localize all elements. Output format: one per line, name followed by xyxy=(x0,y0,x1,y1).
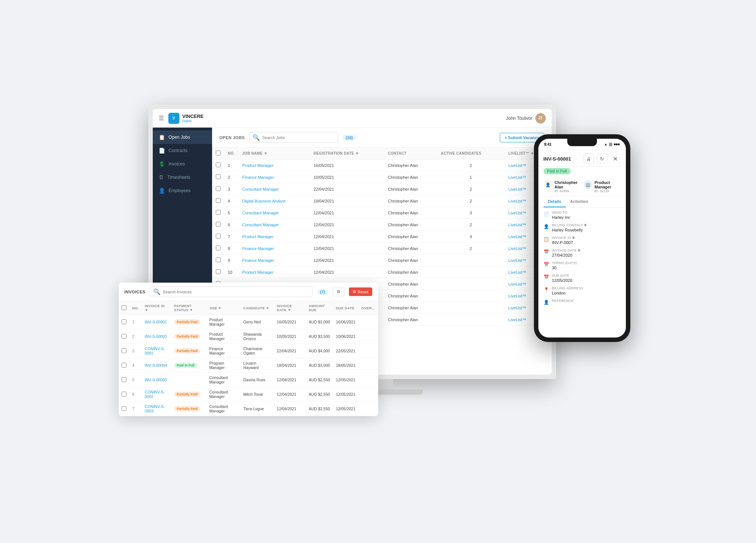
inv-col-candidate[interactable]: CANDIDATE ▼ xyxy=(243,306,270,310)
filter-button[interactable]: ⚙ xyxy=(333,287,344,296)
inv-row-checkbox[interactable] xyxy=(122,392,126,396)
row-job[interactable]: Finance Manager xyxy=(238,243,310,254)
row-checkbox[interactable] xyxy=(216,198,221,203)
field-content: BILLING CONTACT ✱ Harley Rosebelly xyxy=(552,223,587,232)
field-row: 📅 TERMS (DAYS) 30 xyxy=(544,261,621,270)
employees-icon: 👤 xyxy=(159,188,165,194)
field-content: REFERENCE xyxy=(552,299,574,303)
logo-name: VINCERE xyxy=(182,113,204,119)
invoices-search-input[interactable] xyxy=(163,290,309,294)
inv-row-checkbox[interactable] xyxy=(122,363,126,368)
col-no: NO. xyxy=(228,151,235,155)
inv-row-job: Program Manager xyxy=(206,358,240,373)
hamburger-icon[interactable]: ☰ xyxy=(159,115,164,122)
row-job[interactable]: Finance Manager xyxy=(238,254,310,266)
col-reg-date[interactable]: REGISTRATION DATE ▼ xyxy=(314,151,359,155)
row-checkbox[interactable] xyxy=(216,246,221,250)
row-job[interactable]: Consultant Manager xyxy=(238,219,310,231)
field-label: INVOICE ID ✱ xyxy=(552,236,575,240)
inv-row-checkbox[interactable] xyxy=(122,319,126,324)
inv-col-id[interactable]: INVOICE ID ▼ xyxy=(145,304,168,312)
row-checkbox[interactable] xyxy=(216,210,221,215)
reset-icon: ⚙ xyxy=(353,289,356,294)
field-icon: 📍 xyxy=(544,287,549,292)
phone-detail-field: 📅 DUE DATE 12/05/2020 xyxy=(544,274,621,283)
inv-row-due: 18/05/2021 xyxy=(333,358,359,373)
row-candidates: 2 xyxy=(437,159,505,171)
inv-row-no: 1 xyxy=(129,315,142,329)
inv-row-id[interactable]: INV-S-00001 xyxy=(142,315,171,329)
tab-activities[interactable]: Activities xyxy=(566,196,593,207)
inv-row-id[interactable]: CONINV-S-0001 xyxy=(142,344,171,358)
jobs-search-input[interactable] xyxy=(262,135,335,140)
inv-select-all[interactable] xyxy=(122,305,126,310)
inv-col-status[interactable]: PAYMENT STATUS ▼ xyxy=(174,304,204,312)
jobs-count: (16) xyxy=(343,135,356,141)
phone-details: 📄 SEND TO Harley Inc 👤 BILLING CONTACT ✱… xyxy=(538,208,626,312)
field-row: 📍 BILLING ADDRESS London xyxy=(544,286,621,295)
sidebar-item-contracts[interactable]: 📄 Contracts xyxy=(153,144,212,157)
row-contact: Christopher Alan xyxy=(384,254,437,266)
inv-col-overdue: OVER... xyxy=(362,306,375,310)
row-job[interactable]: Product Manager xyxy=(238,159,310,171)
inv-row-job: Consultant Manager xyxy=(206,387,240,402)
phone-print-button[interactable]: 🖨 xyxy=(584,154,594,164)
inv-col-date[interactable]: INVOICE DATE ▼ xyxy=(277,304,303,312)
section-label: OPEN JOBS xyxy=(219,135,245,140)
row-contact: Christopher Alan xyxy=(384,290,437,302)
inv-col-job[interactable]: JOB ▼ xyxy=(209,306,221,310)
sidebar-item-employees[interactable]: 👤 Employees xyxy=(153,184,212,197)
row-no: 9 xyxy=(224,254,239,266)
person-info: Christopher Alan ID: 62955 xyxy=(555,180,581,193)
tab-details[interactable]: Details xyxy=(544,196,566,207)
row-checkbox[interactable] xyxy=(216,257,221,262)
inv-row-id[interactable]: CONINV-S-0002 xyxy=(142,387,171,402)
col-job-name[interactable]: JOB NAME ▼ xyxy=(242,151,267,155)
phone-tabs: Details Activities xyxy=(538,196,626,208)
reset-button[interactable]: ⚙ Reset xyxy=(349,287,372,296)
row-checkbox[interactable] xyxy=(216,174,221,179)
row-job[interactable]: Product Manager xyxy=(238,231,310,243)
inv-row-checkbox[interactable] xyxy=(122,406,126,411)
row-checkbox[interactable] xyxy=(216,222,221,227)
row-job[interactable]: Finance Manager xyxy=(238,171,310,183)
phone-invoice-header: INV-S-00001 🖨 ↻ ✕ xyxy=(538,150,626,167)
inv-row-id[interactable]: INV-S-00005 xyxy=(142,373,171,387)
row-date: 12/04/2021 xyxy=(310,254,384,266)
col-livelist[interactable]: LIVELIST™ ▼ xyxy=(508,151,534,155)
row-checkbox[interactable] xyxy=(216,234,221,238)
field-value: London xyxy=(552,291,584,295)
inv-row-due: 12/05/2021 xyxy=(333,387,359,402)
row-checkbox[interactable] xyxy=(216,186,221,191)
field-row: 📅 INVOICE DATE ✱ 27/04/2020 xyxy=(544,249,621,257)
sidebar-item-open-jobs[interactable]: 📋 Open Jobs xyxy=(153,131,212,144)
inv-row-candidate: Shawanda Orozco xyxy=(240,329,274,344)
row-no: 1 xyxy=(224,159,239,171)
inv-row-amount: AUD $3,000 xyxy=(306,358,333,373)
row-job[interactable]: Consultant Manager xyxy=(238,207,310,219)
inv-row-amount: AUD $3,000 xyxy=(306,315,333,329)
row-date: 12/04/2021 xyxy=(310,219,384,231)
inv-row-checkbox[interactable] xyxy=(122,334,126,339)
phone: 9:41 ▲ ))) ■■■ INV-S-00001 🖨 ↻ ✕ xyxy=(534,134,630,342)
inv-row-checkbox[interactable] xyxy=(122,377,126,382)
row-job[interactable]: Product Manager xyxy=(238,266,310,278)
row-job[interactable]: Consultant Manager xyxy=(238,183,310,195)
select-all-checkbox[interactable] xyxy=(216,151,221,155)
inv-row-date: 22/04/2021 xyxy=(274,344,306,358)
row-no: 3 xyxy=(224,183,239,195)
inv-row-date: 12/04/2021 xyxy=(274,402,306,416)
phone-close-button[interactable]: ✕ xyxy=(610,154,621,164)
row-no: 10 xyxy=(224,266,239,278)
row-job[interactable]: Digital Business Analyst xyxy=(238,195,310,207)
sidebar-item-timesheets[interactable]: 🗓 Timesheets xyxy=(153,171,212,184)
inv-row-id[interactable]: INV-S-00004 xyxy=(142,358,171,373)
inv-row-id[interactable]: CONINV-S-0003 xyxy=(142,402,171,416)
inv-row-checkbox[interactable] xyxy=(122,348,126,353)
inv-row-id[interactable]: INV-S-00002 xyxy=(142,329,171,344)
row-checkbox[interactable] xyxy=(216,269,221,274)
field-icon: 📅 xyxy=(544,262,549,267)
sidebar-item-invoices[interactable]: 💲 Invoices xyxy=(153,157,212,171)
row-checkbox[interactable] xyxy=(216,162,221,167)
phone-refresh-button[interactable]: ↻ xyxy=(597,154,607,164)
